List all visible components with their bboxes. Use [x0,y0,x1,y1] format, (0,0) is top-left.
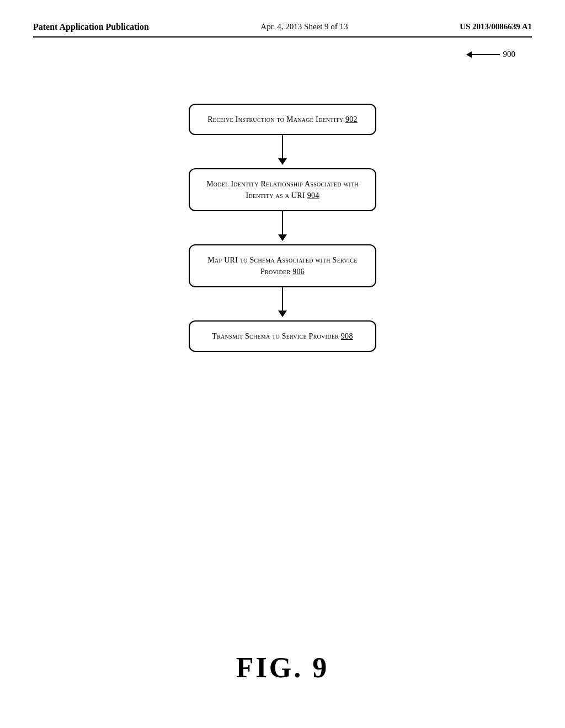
connector-arrow-3-icon [278,311,287,317]
flow-box-904-number: 904 [307,191,319,200]
ref-arrow-icon [467,54,500,55]
connector-line-3-icon [282,287,283,311]
flow-box-906: Map URI to Schema Associated with Servic… [189,244,376,287]
flow-box-902-text: Receive Instruction to Manage Identity 9… [207,115,358,124]
flow-box-908-number: 908 [341,332,353,340]
header-date-sheet: Apr. 4, 2013 Sheet 9 of 13 [260,22,348,31]
connector-arrow-icon [278,158,287,165]
flow-box-908: Transmit Schema to Service Provider 908 [189,320,376,352]
connector-2 [278,211,287,244]
connector-3 [278,287,287,320]
page-header: Patent Application Publication Apr. 4, 2… [33,22,532,38]
flow-box-906-text: Map URI to Schema Associated with Servic… [207,256,357,276]
connector-line-2-icon [282,211,283,234]
connector-line-icon [282,135,283,158]
diagram-ref-number: 900 [503,50,516,59]
figure-caption: FIG. 9 [0,651,565,684]
flow-box-904: Model Identity Relationship Associated w… [189,168,376,211]
flowchart: Receive Instruction to Manage Identity 9… [33,104,532,352]
flow-box-902: Receive Instruction to Manage Identity 9… [189,104,376,135]
flow-box-908-text: Transmit Schema to Service Provider 908 [212,332,353,340]
flow-box-902-number: 902 [345,115,358,124]
header-publication-label: Patent Application Publication [33,22,149,32]
header-patent-number: US 2013/0086639 A1 [460,22,532,31]
patent-page: Patent Application Publication Apr. 4, 2… [0,0,565,728]
diagram-ref-900: 900 [467,50,516,59]
connector-arrow-2-icon [278,234,287,241]
flow-box-906-number: 906 [292,267,305,276]
connector-1 [278,135,287,168]
flow-box-904-text: Model Identity Relationship Associated w… [206,180,359,200]
